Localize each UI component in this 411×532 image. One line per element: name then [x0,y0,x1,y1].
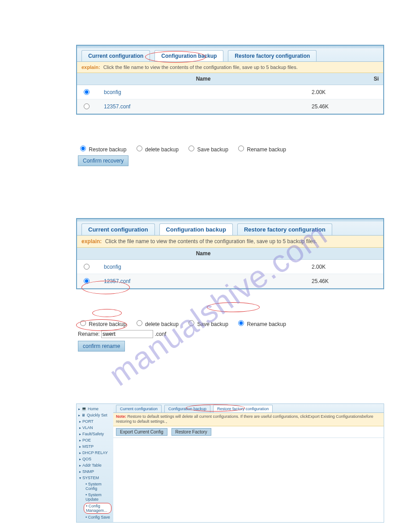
rename-suffix: .conf [154,331,166,337]
action-rename[interactable]: Rename backup [236,321,286,327]
file-size: 2.00K [307,260,383,274]
explain-text: Click the file name to view the contents… [103,64,298,70]
row-radio[interactable] [84,89,90,95]
action-delete[interactable]: delete backup [134,321,179,327]
nav-configsave[interactable]: • Config Save [77,514,113,520]
nav-quick[interactable]: 🖥 Quickly Set [77,412,113,418]
col-size [307,248,383,260]
note-label: Note: [116,414,126,419]
row-radio[interactable] [84,264,90,270]
nav-system[interactable]: SYSTEM [77,475,113,481]
tab-current[interactable]: Current configuration [81,223,155,235]
explain-label: explain: [81,238,102,245]
col-name: Name [99,73,307,85]
nav-dhcp[interactable]: DHCP RELAY [77,450,113,456]
explain-text: Click the file name to view the contents… [105,238,317,245]
nav-vlan[interactable]: VLAN [77,425,113,431]
export-config-button[interactable]: Export Current Config [116,428,167,436]
file-size: 2.00K [307,85,383,99]
file-link[interactable]: bconfig [104,89,121,95]
file-link[interactable]: bconfig [104,264,121,270]
restore-factory-button[interactable]: Restore Factory [171,428,211,436]
backup-table: Name Si bconfig 2.00K 12357.conf 25.46K [77,73,383,114]
tab-current[interactable]: Current configuration [81,50,150,61]
nav-sysconfig[interactable]: • System Config [77,481,113,492]
action-delete[interactable]: delete backup [134,146,179,153]
nav-fault[interactable]: Fault/Safety [77,431,113,437]
rename-row: Rename: .conf [78,330,382,338]
table-row[interactable]: 12357.conf 25.46K [77,99,383,114]
nav-port[interactable]: PORT [77,418,113,425]
confirm-recovery-button[interactable]: Confirm recovery [78,155,128,166]
backup-table: Name bconfig 2.00K 12357.conf 25.46K [77,248,383,288]
full-ui: 💻 Home 🖥 Quickly Set PORT VLAN Fault/Saf… [76,403,384,523]
action-rename[interactable]: Rename backup [236,146,286,153]
col-size: Si [307,73,383,85]
action-restore[interactable]: Restore backup [78,321,126,327]
rename-label: Rename: [78,331,100,337]
tab-bar: Current configuration Configuration back… [77,222,383,236]
rename-input[interactable] [101,330,153,338]
nav-mstp[interactable]: MSTP [77,443,113,450]
file-size: 25.46K [307,99,383,114]
file-size: 25.46K [307,274,383,288]
file-link[interactable]: 12357.conf [104,103,130,110]
tab-restore[interactable]: Restore factory configuration [213,405,273,412]
annotation-ellipse [207,302,260,312]
tab-backup[interactable]: Configuration backup [164,405,210,412]
explain-bar: explain: Click the file name to view the… [77,62,383,73]
confirm-rename-button[interactable]: confirm rename [78,341,125,352]
nav-sysupdate[interactable]: • System Update [77,492,113,502]
action-save[interactable]: Save backup [186,321,228,327]
tab-restore[interactable]: Restore factory configuration [228,50,317,61]
tab-bar: Current configuration Configuration back… [113,404,384,413]
tab-bar: Current configuration Configuration back… [77,48,383,62]
explain-label: explain: [81,64,100,70]
note-bar: Note: Restore to default settings will d… [113,413,384,426]
main-area: Current configuration Configuration back… [113,404,384,522]
table-row[interactable]: bconfig 2.00K [77,260,383,274]
action-restore[interactable]: Restore backup [78,146,126,153]
nav-snmp[interactable]: SNMP [77,468,113,475]
table-row[interactable]: bconfig 2.00K [77,85,383,99]
sidebar: 💻 Home 🖥 Quickly Set PORT VLAN Fault/Saf… [77,404,113,522]
action-row: Restore backup delete backup Save backup… [76,312,384,354]
nav-configmgr[interactable]: • Config Managem... [84,503,111,514]
file-link[interactable]: 12357.conf [104,278,130,284]
col-name: Name [99,248,307,260]
nav-poe[interactable]: POE [77,437,113,443]
nav-home[interactable]: 💻 Home [77,406,113,412]
tab-backup[interactable]: Configuration backup [154,50,223,61]
row-radio[interactable] [84,278,90,284]
action-save[interactable]: Save backup [186,146,228,153]
explain-bar: explain: Click the file name to view the… [77,236,383,248]
button-row: Export Current Config Restore Factory [113,426,384,438]
action-row: Restore backup delete backup Save backup… [76,137,384,169]
note-text: Restore to default settings will delete … [116,414,373,424]
tab-backup[interactable]: Configuration backup [159,223,233,235]
row-radio[interactable] [84,103,90,109]
nav-addr[interactable]: Addr Table [77,462,113,468]
table-row[interactable]: 12357.conf 25.46K [77,274,383,288]
nav-qos[interactable]: QOS [77,456,113,462]
tab-restore[interactable]: Restore factory configuration [237,223,332,235]
tab-current[interactable]: Current configuration [116,405,162,412]
